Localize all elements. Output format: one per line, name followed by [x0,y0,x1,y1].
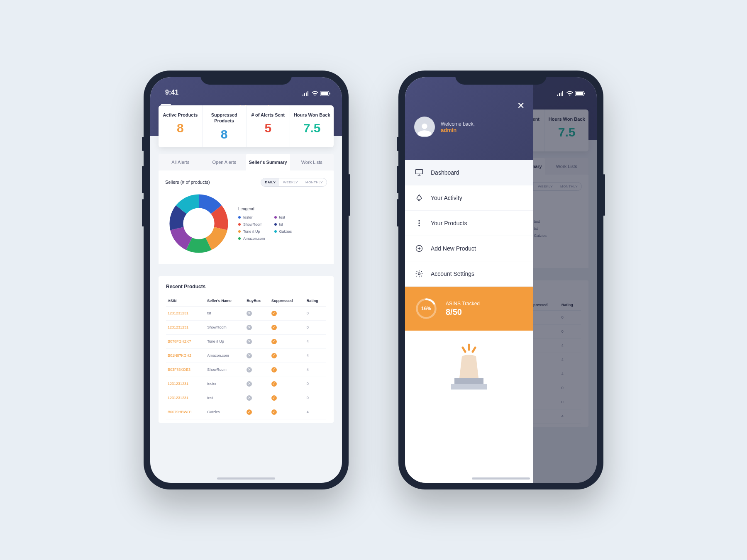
asins-tracked-block[interactable]: 16% ASINS Tracked 8/50 [405,287,533,331]
buybox-cell: ✕ [245,306,270,320]
table-row[interactable]: B078FGHZK7Tone it Up✕✓4 [166,334,326,348]
status-time: 9:41 [165,89,178,96]
seller-cell: test [205,391,245,405]
toggle-daily[interactable]: DAILY [261,178,279,186]
tab-work-lists[interactable]: Work Lists [290,154,334,170]
asin-cell: B03F86KDE3 [166,363,205,377]
suppressed-cell: ✓ [270,334,305,348]
stat-1[interactable]: Suppressed Products8 [203,105,247,147]
buybox-cell: ✕ [245,363,270,377]
buybox-cell: ✕ [245,348,270,363]
table-row[interactable]: B03F86KDE3ShowRoom✕✓4 [166,363,326,377]
recent-products-card: Recent Products ASINSeller's NameBuyBoxS… [159,276,334,423]
table-row[interactable]: 1231231231tst✕✓0 [166,306,326,320]
buybox-cell: ✕ [245,334,270,348]
svg-rect-1 [321,92,328,95]
legend-item: tester [238,215,265,219]
legend-item: test [274,215,292,219]
rating-cell: 0 [305,306,326,320]
table-row[interactable]: B0079HRWD1Gatzies✓✓4 [166,405,326,419]
period-toggle: DAILYWEEKLYMONTHLY [261,178,327,187]
col-header: BuyBox [245,295,270,307]
seller-cell: Amazon.com [205,348,245,363]
toggle-weekly[interactable]: WEEKLY [279,178,302,186]
buybox-cell: ✕ [245,320,270,334]
progress-percent: 16% [415,297,437,320]
monitor-icon [415,168,423,177]
siren-illustration [405,331,533,483]
col-header: ASIN [166,295,205,307]
check-icon: ✓ [271,325,277,330]
tab-all-alerts[interactable]: All Alerts [159,154,203,170]
home-indicator[interactable] [472,477,530,480]
stat-3[interactable]: Hours Won Back7.5 [290,105,334,147]
avatar[interactable] [414,117,435,137]
stat-value: 5 [249,121,288,135]
toggle-monthly[interactable]: MONTHLY [302,178,327,186]
check-icon: ✓ [247,409,252,415]
drawer-item-dashboard[interactable]: Dashboard [405,160,533,185]
drawer-item-your-activity[interactable]: Your Activity [405,185,533,211]
nav-drawer: ✕ Welcome back, admin DashboardYour Acti… [405,77,533,483]
progress-ring: 16% [415,297,437,320]
table-row[interactable]: B01N87KGH2Amazon.com✕✓4 [166,348,326,363]
asin-cell: 1231231231 [166,320,205,334]
home-indicator[interactable] [217,477,275,480]
gear-icon [415,270,423,278]
table-row[interactable]: 1231231231tester✕✓0 [166,377,326,391]
rating-cell: 4 [305,334,326,348]
drawer-item-your-products[interactable]: Your Products [405,211,533,236]
stat-label: Hours Won Back [293,112,331,118]
tab-open-alerts[interactable]: Open Alerts [203,154,247,170]
suppressed-cell: ✓ [270,306,305,320]
x-icon: ✕ [247,381,252,387]
svg-rect-6 [416,170,423,174]
buybox-cell: ✓ [245,405,270,419]
seller-cell: ShowRoom [205,363,245,377]
stats-card: Active Products8Suppressed Products8# of… [159,105,334,147]
drawer-item-account-settings[interactable]: Account Settings [405,261,533,287]
table-row[interactable]: 1231231231test✕✓0 [166,391,326,405]
check-icon: ✓ [271,381,277,387]
stat-value: 8 [205,127,244,141]
rating-cell: 0 [305,391,326,405]
check-icon: ✓ [271,367,277,373]
stat-label: Suppressed Products [205,112,244,124]
rating-cell: 4 [305,405,326,419]
svg-point-8 [418,222,420,224]
svg-rect-2 [330,93,330,95]
rating-cell: 4 [305,348,326,363]
recent-title: Recent Products [166,284,326,290]
x-icon: ✕ [247,339,252,344]
welcome-text: Welcome back, [441,121,475,127]
close-icon[interactable]: ✕ [517,100,525,111]
drawer-item-label: Account Settings [431,270,474,277]
svg-rect-4 [576,92,583,95]
bell-icon [415,194,423,202]
username: admin [441,127,475,133]
check-icon: ✓ [271,311,277,316]
svg-rect-15 [451,384,487,390]
stat-0[interactable]: Active Products8 [159,105,203,147]
suppressed-cell: ✓ [270,348,305,363]
tab-seller-s-summary[interactable]: Seller's Summary [246,154,290,170]
table-row[interactable]: 1231231231ShowRoom✕✓0 [166,320,326,334]
x-icon: ✕ [247,353,252,358]
suppressed-cell: ✓ [270,391,305,405]
drawer-item-label: Your Products [431,220,467,226]
legend-title: Lengend [238,207,327,211]
chart-title: Sellers (# of products) [165,180,210,185]
status-icons [557,91,585,96]
status-icons [302,91,330,96]
svg-rect-14 [454,378,483,384]
seller-cell: tst [205,306,245,320]
check-icon: ✓ [271,409,277,415]
stat-2[interactable]: # of Alerts Sent5 [247,105,290,147]
x-icon: ✕ [247,325,252,330]
asin-cell: 1231231231 [166,377,205,391]
seller-cell: tester [205,377,245,391]
seller-cell: Gatzies [205,405,245,419]
drawer-item-add-new-product[interactable]: Add New Product [405,236,533,261]
rating-cell: 4 [305,363,326,377]
buybox-cell: ✕ [245,391,270,405]
